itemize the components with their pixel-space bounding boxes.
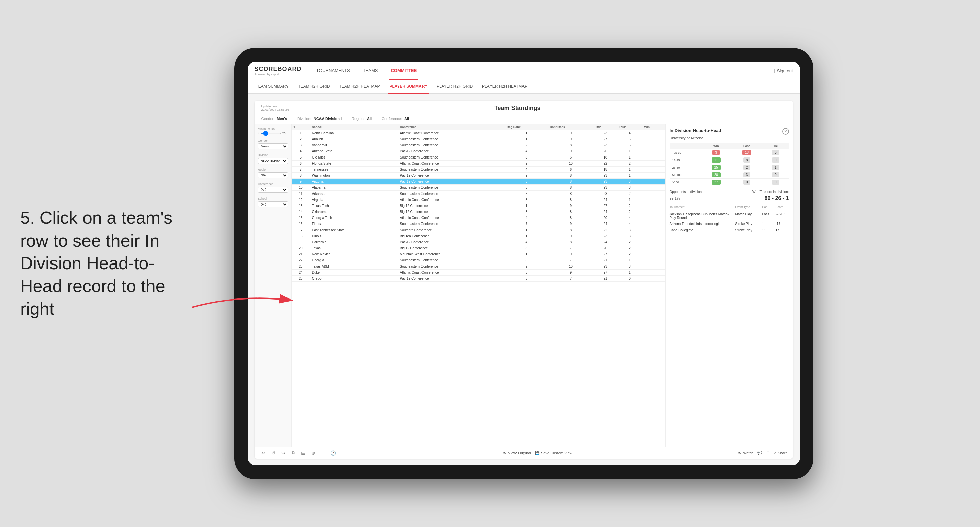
nav-committee[interactable]: COMMITTEE bbox=[389, 62, 418, 81]
undo2-button[interactable]: ↺ bbox=[270, 450, 277, 456]
table-row[interactable]: 11 Arkansas Southeastern Conference 6 8 … bbox=[291, 191, 665, 197]
save-custom-button[interactable]: 💾 Save Custom View bbox=[535, 451, 572, 455]
nav-tournaments[interactable]: TOURNAMENTS bbox=[315, 62, 352, 81]
cell-rds: 27 bbox=[593, 251, 617, 257]
table-row[interactable]: 20 Texas Big 12 Conference 3 7 20 2 bbox=[291, 245, 665, 251]
cell-conf-rank: 6 bbox=[548, 167, 593, 173]
redo-button[interactable]: ↪ bbox=[280, 450, 287, 456]
cell-tour: 2 bbox=[617, 191, 642, 197]
h2h-win: 11 bbox=[701, 157, 732, 164]
cell-tour: 3 bbox=[617, 185, 642, 191]
t-score: -17 bbox=[776, 222, 789, 226]
cell-reg-rank: 9 bbox=[504, 264, 548, 270]
nav-links: TOURNAMENTS TEAMS COMMITTEE bbox=[315, 62, 774, 81]
save-custom-label: Save Custom View bbox=[541, 451, 572, 455]
table-row[interactable]: 4 Arizona State Pac-12 Conference 4 9 26… bbox=[291, 148, 665, 154]
subnav-player-summary[interactable]: PLAYER SUMMARY bbox=[388, 80, 428, 94]
table-row[interactable]: 5 Ole Miss Southeastern Conference 3 6 1… bbox=[291, 154, 665, 160]
table-row[interactable]: 2 Auburn Southeastern Conference 1 9 27 … bbox=[291, 136, 665, 142]
cell-rds: 24 bbox=[593, 221, 617, 227]
h2h-win: 27 bbox=[701, 179, 732, 186]
minus-button[interactable]: − bbox=[320, 450, 326, 456]
subnav-player-h2h-heatmap[interactable]: PLAYER H2H HEATMAP bbox=[481, 80, 528, 94]
table-row[interactable]: 17 East Tennessee State Southern Confere… bbox=[291, 227, 665, 233]
view-original-button[interactable]: 👁 View: Original bbox=[503, 451, 531, 455]
sidebar-school-select[interactable]: (All) bbox=[258, 201, 288, 207]
h2h-close-button[interactable]: ✕ bbox=[783, 128, 789, 135]
cell-rds: 21 bbox=[593, 257, 617, 264]
sidebar-region-section: Region N/A bbox=[258, 168, 288, 178]
table-row[interactable]: 12 Virginia Atlantic Coast Conference 3 … bbox=[291, 197, 665, 203]
cell-tour: 3 bbox=[617, 227, 642, 233]
table-row[interactable]: 9 Arizona Pac-12 Conference 3 8 23 3 bbox=[291, 179, 665, 185]
filter-row: Gender: Men's Division: NCAA Division I … bbox=[255, 114, 793, 124]
slider-container: 4 20 bbox=[258, 132, 288, 135]
cell-conference: Atlantic Coast Conference bbox=[398, 270, 504, 276]
h2h-table-row: 26-50 25 2 1 bbox=[670, 164, 789, 171]
cell-conf-rank: 10 bbox=[548, 160, 593, 167]
paste-button[interactable]: ⬓ bbox=[300, 450, 307, 456]
sign-out-button[interactable]: Sign out bbox=[777, 68, 793, 73]
table-row[interactable]: 1 North Carolina Atlantic Coast Conferen… bbox=[291, 130, 665, 136]
subnav-team-h2h-grid[interactable]: TEAM H2H GRID bbox=[297, 80, 331, 94]
share-button[interactable]: ↗ Share bbox=[773, 451, 788, 455]
subnav-team-summary[interactable]: TEAM SUMMARY bbox=[255, 80, 290, 94]
cell-win bbox=[642, 197, 665, 203]
cell-rds: 27 bbox=[593, 203, 617, 209]
min-rounds-value: 4 bbox=[258, 132, 259, 135]
table-row[interactable]: 19 California Pac-12 Conference 4 8 24 2 bbox=[291, 239, 665, 245]
table-row[interactable]: 24 Duke Atlantic Coast Conference 5 9 27… bbox=[291, 270, 665, 276]
toolbar-center: 👁 View: Original 💾 Save Custom View bbox=[503, 451, 572, 455]
cell-conference: Southeastern Conference bbox=[398, 167, 504, 173]
record-row: 99.1% 86 - 26 - 1 bbox=[670, 195, 789, 201]
watch-button[interactable]: 👁 Watch bbox=[738, 451, 753, 455]
cell-school: Georgia bbox=[310, 257, 398, 264]
division-label: Division: bbox=[297, 117, 312, 121]
table-row[interactable]: 3 Vanderbilt Southeastern Conference 2 8… bbox=[291, 142, 665, 148]
cell-conference: Pac-12 Conference bbox=[398, 239, 504, 245]
cell-conf-rank: 7 bbox=[548, 257, 593, 264]
table-row[interactable]: 10 Alabama Southeastern Conference 5 8 2… bbox=[291, 185, 665, 191]
cell-tour: 4 bbox=[617, 221, 642, 227]
cell-school: California bbox=[310, 239, 398, 245]
table-row[interactable]: 16 Florida Southeastern Conference 7 9 2… bbox=[291, 221, 665, 227]
sidebar-conference-select[interactable]: (All) bbox=[258, 187, 288, 193]
cell-rds: 24 bbox=[593, 239, 617, 245]
clock-button[interactable]: 🕐 bbox=[329, 450, 337, 456]
table-row[interactable]: 25 Oregon Pac-12 Conference 5 7 21 0 bbox=[291, 276, 665, 282]
share-label: Share bbox=[778, 451, 788, 455]
table-row[interactable]: 22 Georgia Southeastern Conference 8 7 2… bbox=[291, 257, 665, 264]
plus-button[interactable]: ⊕ bbox=[310, 450, 317, 456]
table-row[interactable]: 23 Texas A&M Southeastern Conference 9 1… bbox=[291, 264, 665, 270]
record-label: W-L-T record in-division: bbox=[752, 190, 789, 194]
cell-conference: Atlantic Coast Conference bbox=[398, 130, 504, 136]
cell-win bbox=[642, 154, 665, 160]
table-row[interactable]: 21 New Mexico Mountain West Conference 1… bbox=[291, 251, 665, 257]
nav-teams[interactable]: TEAMS bbox=[361, 62, 379, 81]
cell-conf-rank: 8 bbox=[548, 209, 593, 215]
table-row[interactable]: 18 Illinois Big Ten Conference 1 9 23 3 bbox=[291, 233, 665, 239]
h2h-range: 26-50 bbox=[670, 164, 701, 171]
copy-button[interactable]: ⧉ bbox=[290, 450, 296, 456]
min-rounds-slider[interactable] bbox=[261, 133, 281, 134]
sidebar-gender-select[interactable]: Men's bbox=[258, 143, 288, 149]
subnav-team-h2h-heatmap[interactable]: TEAM H2H HEATMAP bbox=[338, 80, 381, 94]
table-row[interactable]: 14 Oklahoma Big 12 Conference 3 8 24 2 bbox=[291, 209, 665, 215]
sidebar-division-select[interactable]: NCAA Division I bbox=[258, 158, 288, 164]
sidebar-region-select[interactable]: N/A bbox=[258, 172, 288, 178]
table-row[interactable]: 8 Washington Pac-12 Conference 2 8 23 1 bbox=[291, 173, 665, 179]
h2h-range: >100 bbox=[670, 179, 701, 186]
h2h-loss: 3 bbox=[732, 171, 762, 179]
cell-rds: 22 bbox=[593, 227, 617, 233]
table-row[interactable]: 6 Florida State Atlantic Coast Conferenc… bbox=[291, 160, 665, 167]
undo-button[interactable]: ↩ bbox=[260, 450, 267, 456]
comment-button[interactable]: 💬 bbox=[757, 451, 762, 455]
layout-button[interactable]: ⊞ bbox=[766, 451, 769, 455]
subnav-player-h2h-grid[interactable]: PLAYER H2H GRID bbox=[435, 80, 474, 94]
table-row[interactable]: 7 Tennessee Southeastern Conference 4 6 … bbox=[291, 167, 665, 173]
cell-rds: 23 bbox=[593, 191, 617, 197]
h2h-title: In Division Head-to-Head bbox=[670, 128, 721, 133]
table-row[interactable]: 15 Georgia Tech Atlantic Coast Conferenc… bbox=[291, 215, 665, 221]
table-row[interactable]: 13 Texas Tech Big 12 Conference 1 9 27 2 bbox=[291, 203, 665, 209]
cell-num: 20 bbox=[291, 245, 310, 251]
